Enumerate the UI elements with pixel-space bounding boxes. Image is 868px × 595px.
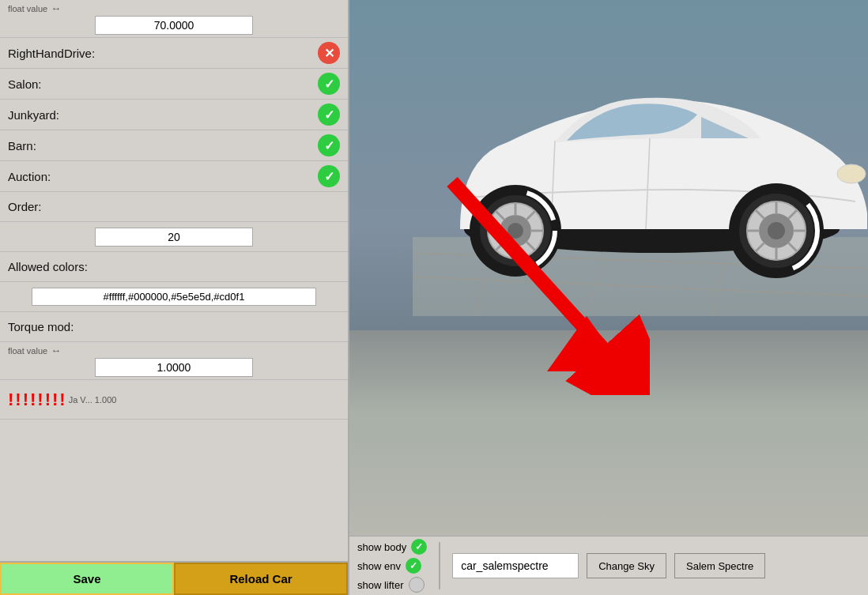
error-content: ! ! ! ! ! ! ! ! Ja V... 1.000 — [8, 391, 116, 409]
exclaim-5: ! — [37, 391, 43, 409]
svg-point-11 — [837, 164, 866, 183]
change-sky-button[interactable]: Change Sky — [587, 553, 666, 578]
show-body-toggle[interactable]: ✓ — [411, 539, 427, 555]
allowed-colors-label: Allowed colors: — [8, 260, 88, 273]
junkyard-label: Junkyard: — [8, 108, 59, 122]
right-hand-drive-row: RightHandDrive: ✕ — [0, 38, 348, 69]
barn-label: Barn: — [8, 139, 36, 153]
show-lifter-row: show lifter — [357, 577, 427, 593]
exclaim-2: ! — [15, 391, 21, 409]
order-label-row: Order: — [0, 192, 348, 222]
torque-arrows: ↔ — [51, 345, 61, 356]
junkyard-toggle[interactable]: ✓ — [318, 104, 340, 126]
float-sublabel-top: float value ↔ — [8, 2, 340, 14]
auction-toggle[interactable]: ✓ — [318, 165, 340, 187]
torque-mod-sublabel: float value ↔ — [8, 345, 340, 356]
allowed-colors-input[interactable] — [32, 288, 316, 306]
exclaim-7: ! — [52, 391, 58, 409]
exclaim-1: ! — [8, 391, 13, 409]
torque-float-label: float value — [8, 346, 47, 356]
exclaim-4: ! — [30, 391, 36, 409]
salon-toggle[interactable]: ✓ — [318, 73, 340, 95]
svg-point-29 — [768, 222, 785, 239]
left-panel: float value ↔ RightHandDrive: ✕ Salon: ✓… — [0, 0, 349, 595]
show-lifter-toggle[interactable] — [409, 577, 425, 593]
float-value-top-input[interactable] — [95, 16, 253, 35]
show-env-toggle[interactable]: ✓ — [406, 558, 421, 574]
error-text: Ja V... 1.000 — [69, 395, 117, 405]
bottom-controls: show body ✓ show env ✓ show lifter Chang… — [349, 536, 868, 595]
salon-label: Salon: — [8, 77, 42, 91]
car-name-input[interactable] — [452, 553, 579, 578]
float-label-text: float value — [8, 4, 47, 13]
salem-spectre-button[interactable]: Salem Spectre — [674, 553, 765, 578]
floor-background — [349, 330, 868, 536]
show-body-row: show body ✓ — [357, 539, 427, 555]
error-row: ! ! ! ! ! ! ! ! Ja V... 1.000 — [0, 380, 348, 420]
exclaim-8: ! — [59, 391, 65, 409]
right-panel: show body ✓ show env ✓ show lifter Chang… — [349, 0, 868, 595]
junkyard-row: Junkyard: ✓ — [0, 100, 348, 130]
show-toggles-column: show body ✓ show env ✓ show lifter — [357, 539, 427, 593]
right-hand-drive-toggle[interactable]: ✕ — [318, 42, 340, 64]
show-lifter-label: show lifter — [357, 579, 404, 591]
show-env-row: show env ✓ — [357, 558, 427, 574]
order-value-row — [0, 222, 348, 252]
auction-label: Auction: — [8, 170, 51, 183]
show-env-label: show env — [357, 560, 401, 572]
torque-input-row — [8, 358, 340, 377]
save-button[interactable]: Save — [0, 563, 174, 595]
exclaim-3: ! — [23, 391, 28, 409]
float-input-top-row — [8, 16, 340, 35]
controls-divider — [439, 542, 440, 589]
bottom-buttons: Save Reload Car — [0, 561, 348, 595]
order-label: Order: — [8, 200, 42, 213]
torque-mod-float-row: float value ↔ — [0, 342, 348, 380]
right-hand-drive-label: RightHandDrive: — [8, 47, 95, 60]
auction-row: Auction: ✓ — [0, 161, 348, 192]
torque-mod-input[interactable] — [95, 358, 253, 377]
allowed-colors-label-row: Allowed colors: — [0, 252, 348, 282]
barn-toggle[interactable]: ✓ — [318, 134, 340, 156]
torque-mod-label: Torque mod: — [8, 320, 74, 333]
float-value-top-row: float value ↔ — [0, 0, 348, 38]
order-input[interactable] — [95, 228, 253, 247]
car-rendering — [413, 16, 868, 316]
float-arrows-top: ↔ — [51, 2, 61, 14]
spacer — [0, 420, 348, 561]
barn-row: Barn: ✓ — [0, 130, 348, 161]
svg-point-16 — [508, 223, 523, 239]
show-body-label: show body — [357, 541, 406, 553]
allowed-colors-value-row — [0, 282, 348, 312]
torque-mod-label-row: Torque mod: — [0, 312, 348, 342]
exclaim-6: ! — [45, 391, 51, 409]
reload-car-button[interactable]: Reload Car — [174, 563, 348, 595]
salon-row: Salon: ✓ — [0, 69, 348, 100]
